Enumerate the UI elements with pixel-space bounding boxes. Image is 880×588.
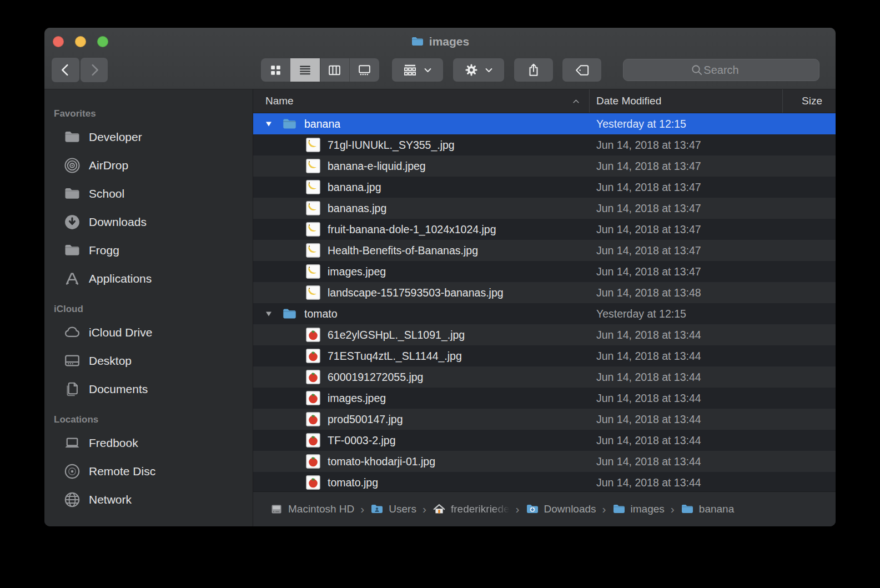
banana-thumbnail-icon — [306, 201, 320, 215]
file-name-label: tomato — [304, 308, 338, 320]
name-cell: tomato-khodarji-01.jpg — [253, 454, 590, 469]
search-input[interactable] — [623, 59, 819, 81]
window-title-area: images — [44, 28, 836, 56]
file-row-71estuq4ztl-sl1144-jpg[interactable]: 71ESTuq4ztL._SL1144_.jpgJun 14, 2018 at … — [253, 345, 836, 366]
column-date-label: Date Modified — [596, 95, 661, 107]
file-row-61e2ylgshpl-sl1091-jpg[interactable]: 61e2ylGSHpL._SL1091_.jpgJun 14, 2018 at … — [253, 324, 836, 345]
column-header-size[interactable]: Size — [783, 89, 836, 113]
file-row-landscape-1517593503-bananas-jpg[interactable]: landscape-1517593503-bananas.jpgJun 14, … — [253, 282, 836, 303]
breadcrumb-separator: › — [360, 502, 364, 516]
view-gallery-button[interactable] — [349, 58, 379, 82]
column-header-date-modified[interactable]: Date Modified — [590, 89, 783, 113]
name-cell: landscape-1517593503-bananas.jpg — [253, 285, 590, 300]
documents-icon — [63, 380, 81, 398]
file-name-label: 6000191272055.jpg — [328, 371, 423, 384]
share-button[interactable] — [514, 58, 553, 82]
sidebar-item-label: AirDrop — [89, 159, 128, 172]
file-row-images-jpeg[interactable]: images.jpegJun 14, 2018 at 13:44 — [253, 388, 836, 409]
action-menu-button[interactable] — [453, 58, 504, 82]
sidebar-item-documents[interactable]: Documents — [44, 375, 253, 403]
breadcrumb-separator: › — [671, 502, 675, 516]
column-header-name[interactable]: Name — [253, 89, 590, 113]
breadcrumb-frederikriede[interactable]: frederikriede — [433, 502, 510, 516]
name-cell: banana.jpg — [253, 180, 590, 194]
date-modified-cell: Jun 14, 2018 at 13:47 — [590, 181, 783, 194]
file-row-banana-jpg[interactable]: banana.jpgJun 14, 2018 at 13:47 — [253, 177, 836, 198]
file-name-label: banana.jpg — [328, 181, 381, 194]
file-row-health-benefits-of-bananas-jpg[interactable]: Health-Benefits-of-Bananas.jpgJun 14, 20… — [253, 240, 836, 261]
disclosure-triangle-icon[interactable] — [264, 310, 273, 318]
group-icon — [403, 63, 418, 78]
chevron-down-icon — [484, 66, 494, 75]
date-modified-cell: Yesterday at 12:15 — [590, 308, 783, 320]
sidebar-item-airdrop[interactable]: AirDrop — [44, 151, 253, 179]
sidebar-item-developer[interactable]: Developer — [44, 123, 253, 151]
file-row-fruit-banana-dole-1-1024x1024-jpg[interactable]: fruit-banana-dole-1_1024x1024.jpgJun 14,… — [253, 219, 836, 240]
breadcrumb-label: Downloads — [544, 503, 596, 515]
sidebar-item-remote-disc[interactable]: Remote Disc — [44, 457, 253, 485]
forward-button[interactable] — [81, 58, 108, 82]
file-name-label: banana — [304, 118, 340, 130]
sidebar-item-label: Frogg — [89, 244, 119, 257]
name-cell: tomato — [253, 306, 590, 321]
breadcrumb-macintosh-hd[interactable]: Macintosh HD — [270, 502, 354, 516]
name-cell: banana-e-liquid.jpeg — [253, 159, 590, 173]
file-row-tomato-jpg[interactable]: tomato.jpgJun 14, 2018 at 13:44 — [253, 472, 836, 491]
sidebar-section-favorites: Favorites — [54, 108, 253, 119]
name-cell: 6000191272055.jpg — [253, 370, 590, 384]
tomato-thumbnail-icon — [306, 391, 320, 405]
date-modified-cell: Jun 14, 2018 at 13:44 — [590, 350, 783, 363]
disclosure-triangle-icon[interactable] — [264, 120, 273, 128]
date-modified-cell: Jun 14, 2018 at 13:47 — [590, 244, 783, 257]
sidebar-item-fredbook[interactable]: Fredbook — [44, 429, 253, 457]
folder-row-tomato[interactable]: tomatoYesterday at 12:15 — [253, 303, 836, 324]
sidebar-item-label: iCloud Drive — [89, 326, 152, 339]
file-row-tomato-khodarji-01-jpg[interactable]: tomato-khodarji-01.jpgJun 14, 2018 at 13… — [253, 451, 836, 472]
date-modified-cell: Jun 14, 2018 at 13:47 — [590, 139, 783, 152]
chevron-right-icon — [87, 63, 102, 77]
sidebar-item-network[interactable]: Network — [44, 485, 253, 514]
window-title: images — [429, 35, 469, 48]
view-icon-button[interactable] — [261, 58, 290, 82]
breadcrumb-images[interactable]: images — [612, 502, 665, 516]
chevron-left-icon — [58, 63, 73, 77]
file-row-banana-e-liquid-jpeg[interactable]: banana-e-liquid.jpegJun 14, 2018 at 13:4… — [253, 155, 836, 177]
folder-icon — [282, 306, 297, 321]
folder-row-banana[interactable]: bananaYesterday at 12:15 — [253, 113, 836, 134]
sidebar-item-icloud-drive[interactable]: iCloud Drive — [44, 318, 253, 346]
file-row-71gl-iunukl-sy355-jpg[interactable]: 71gl-IUNUkL._SY355_.jpgJun 14, 2018 at 1… — [253, 134, 836, 155]
file-row-bananas-jpg[interactable]: bananas.jpgJun 14, 2018 at 13:47 — [253, 198, 836, 219]
sidebar-item-school[interactable]: School — [44, 179, 253, 208]
sidebar-item-desktop[interactable]: Desktop — [44, 346, 253, 375]
view-column-button[interactable] — [320, 58, 350, 82]
sidebar-item-frogg[interactable]: Frogg — [44, 236, 253, 264]
breadcrumb-banana[interactable]: banana — [681, 502, 734, 516]
tag-button[interactable] — [562, 58, 601, 82]
file-row-prod500147-jpg[interactable]: prod500147.jpgJun 14, 2018 at 13:44 — [253, 409, 836, 430]
file-name-label: banana-e-liquid.jpeg — [328, 160, 426, 173]
file-row-tf-0003-2-jpg[interactable]: TF-0003-2.jpgJun 14, 2018 at 13:44 — [253, 430, 836, 451]
file-row-images-jpeg[interactable]: images.jpegJun 14, 2018 at 13:47 — [253, 261, 836, 282]
breadcrumb-downloads[interactable]: Downloads — [526, 502, 596, 516]
file-row-6000191272055-jpg[interactable]: 6000191272055.jpgJun 14, 2018 at 13:44 — [253, 366, 836, 388]
breadcrumb-users[interactable]: Users — [370, 502, 416, 516]
date-modified-cell: Yesterday at 12:15 — [590, 118, 783, 130]
sidebar-item-downloads[interactable]: Downloads — [44, 208, 253, 236]
breadcrumb-label: banana — [699, 503, 734, 515]
name-cell: prod500147.jpg — [253, 412, 590, 426]
sidebar-item-label: Applications — [89, 272, 152, 285]
sidebar-item-applications[interactable]: Applications — [44, 264, 253, 293]
back-button[interactable] — [52, 58, 79, 82]
tomato-thumbnail-icon — [306, 454, 320, 469]
chevron-down-icon — [423, 66, 433, 75]
group-button[interactable] — [392, 58, 443, 82]
window-chrome: images — [44, 28, 836, 89]
banana-thumbnail-icon — [306, 180, 320, 194]
breadcrumb-label: Users — [389, 503, 416, 515]
file-name-label: tomato-khodarji-01.jpg — [328, 455, 435, 468]
folder-blue-icon — [681, 502, 694, 516]
view-list-button[interactable] — [290, 58, 320, 82]
sidebar-section-icloud: iCloud — [54, 304, 253, 315]
banana-thumbnail-icon — [306, 285, 320, 300]
folder-icon — [63, 185, 81, 203]
